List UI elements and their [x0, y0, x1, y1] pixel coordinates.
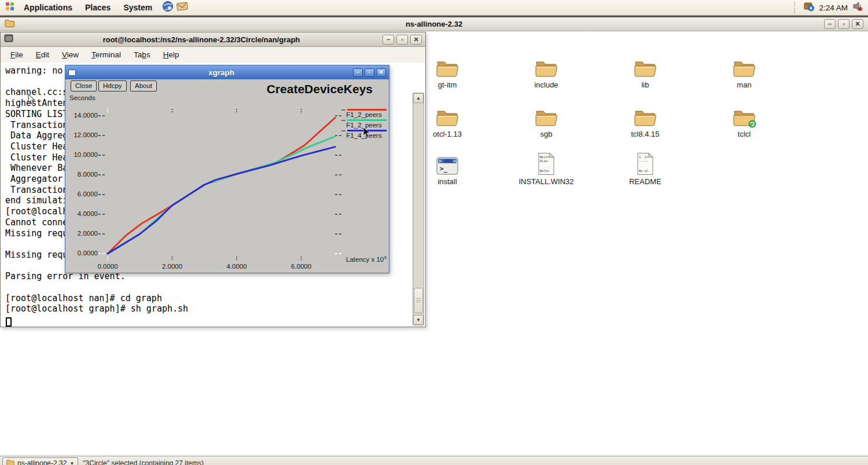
xgraph-window: xgraph – ▫ ✕ Close Hdcpy About CreateDev…: [65, 65, 389, 273]
y-tick-label: 4.0000: [68, 210, 98, 217]
file-item-label: lib: [605, 80, 686, 89]
x-tick-label: 0.0000: [89, 263, 126, 270]
scrollbar[interactable]: ▲ ▼: [413, 93, 424, 325]
file-item-label: INSTALL.WIN32: [506, 177, 587, 186]
web-browser-icon[interactable]: [162, 1, 174, 14]
file-item-man[interactable]: man: [704, 54, 785, 89]
folder-icon: [605, 104, 686, 128]
minimize-button[interactable]: –: [824, 19, 836, 29]
legend-label: F1_2_peers: [341, 111, 387, 119]
close-button[interactable]: ✕: [852, 19, 863, 29]
y-tick-label: 2.0000: [68, 230, 98, 237]
menu-system[interactable]: System: [117, 0, 159, 15]
scroll-up-icon[interactable]: ▲: [413, 93, 424, 103]
legend-tick: [341, 109, 345, 111]
top-panel: Applications Places System: [0, 0, 868, 16]
window-icon: [68, 69, 76, 76]
svg-text:Ns-al: Ns-al: [639, 169, 649, 173]
maximize-button[interactable]: ▫: [838, 19, 849, 29]
file-item-INSTALL.WIN32[interactable]: Neith Also Befor INSTALL.WIN32: [506, 151, 587, 186]
legend-tick: [341, 130, 345, 131]
folder-icon: [704, 54, 785, 79]
menu-tabs[interactable]: Tabs: [127, 47, 157, 63]
file-item-lib[interactable]: lib: [605, 54, 686, 89]
terminal-title: root@localhost:/ns2/ns-allinone-2.32/3Ci…: [24, 35, 379, 44]
folder-icon: [506, 104, 587, 128]
chevron-down-icon: ▼: [69, 461, 74, 465]
software-update-icon[interactable]: [803, 1, 815, 14]
svg-text:Also: Also: [540, 159, 547, 163]
file-item-label: man: [704, 80, 785, 89]
y-tick-label: 10.0000: [68, 151, 98, 158]
svg-text:>_: >_: [440, 165, 448, 173]
file-item-README[interactable]: 1. Ir ----- Ns-al README: [605, 151, 686, 186]
terminal-menubar: FileEditViewTerminalTabsHelp: [1, 47, 425, 63]
terminal-titlebar[interactable]: root@localhost:/ns2/ns-allinone-2.32/3Ci…: [1, 32, 425, 47]
scroll-down-icon[interactable]: ▼: [413, 315, 424, 325]
file-item-label: tcl8.4.15: [605, 130, 686, 138]
close-button[interactable]: ✕: [376, 68, 386, 77]
menu-file[interactable]: File: [4, 47, 30, 63]
volume-muted-icon[interactable]: [852, 1, 863, 14]
file-manager-titlebar[interactable]: ns-allinone-2.32 – ▫ ✕: [0, 17, 868, 31]
file-item-include[interactable]: include: [506, 54, 587, 89]
xgraph-title: xgraph: [100, 68, 343, 77]
maximize-button[interactable]: ▫: [396, 35, 408, 45]
menu-help[interactable]: Help: [157, 47, 186, 63]
xgraph-titlebar[interactable]: xgraph – ▫ ✕: [65, 65, 389, 79]
y-tick-label: 6.0000: [68, 191, 98, 197]
file-manager-title: ns-allinone-2.32: [0, 20, 868, 28]
svg-text:Neith: Neith: [540, 155, 550, 159]
panel-handle[interactable]: [794, 2, 798, 13]
svg-text:1. Ir: 1. Ir: [639, 155, 649, 159]
menu-places[interactable]: Places: [79, 0, 117, 15]
folder-icon: [506, 54, 587, 79]
x-tick-label: 2.0000: [154, 263, 191, 270]
file-item-label: include: [506, 80, 587, 89]
folder-icon: [605, 54, 686, 79]
file-item-tcl8.4.15[interactable]: tcl8.4.15: [605, 104, 686, 138]
location-label: ns-allinone-2.32: [17, 459, 67, 465]
text-icon: Neith Also Befor: [506, 151, 587, 175]
file-item-label: README: [605, 177, 686, 186]
menu-terminal[interactable]: Terminal: [85, 47, 127, 63]
xgraph-body: Close Hdcpy About CreateDeviceKeys Secon…: [65, 79, 389, 273]
x-tick-label: 6.0000: [283, 263, 320, 270]
maximize-button[interactable]: ▫: [365, 68, 374, 77]
menu-applications[interactable]: Applications: [17, 0, 79, 15]
minimize-button[interactable]: –: [382, 35, 394, 45]
menu-edit[interactable]: Edit: [30, 47, 56, 63]
location-button[interactable]: ns-allinone-2.32 ▼: [2, 457, 78, 465]
x-tick-label: 4.0000: [218, 263, 255, 270]
y-tick-label: 8.0000: [68, 171, 98, 178]
scrollbar-thumb[interactable]: [414, 288, 423, 313]
text-icon: 1. Ir ----- Ns-al: [605, 151, 686, 175]
svg-text:-----: -----: [639, 159, 649, 163]
email-icon[interactable]: [176, 1, 189, 14]
folder-sync-icon: [704, 104, 785, 128]
terminal-cursor: [6, 317, 12, 327]
file-manager-statusbar: ns-allinone-2.32 ▼ "3Circle" selected (c…: [0, 456, 868, 465]
legend-tick: [341, 120, 345, 121]
legend-entry: F1_2_peers: [341, 109, 387, 119]
y-tick-label: 12.0000: [68, 131, 98, 138]
menu-view[interactable]: View: [56, 47, 85, 63]
minimize-button[interactable]: –: [353, 68, 363, 77]
y-tick-label: 0.0000: [68, 250, 98, 257]
mouse-cursor-secondary: [28, 94, 36, 105]
file-item-sgb[interactable]: sgb: [506, 104, 587, 138]
panel-clock[interactable]: 2:24 AM: [819, 3, 848, 12]
file-item-tclcl[interactable]: tclcl: [704, 104, 785, 138]
file-item-label: sgb: [506, 130, 587, 138]
distro-logo-icon[interactable]: [5, 1, 15, 14]
y-tick-label: 14.0000: [68, 112, 98, 119]
file-item-label: tclcl: [704, 130, 785, 138]
selection-status: "3Circle" selected (containing 27 items): [83, 457, 204, 465]
mouse-cursor: [363, 127, 371, 138]
folder-small-icon: [6, 459, 14, 465]
terminal-icon: [4, 34, 13, 45]
svg-text:Befor: Befor: [540, 169, 550, 173]
close-button[interactable]: ✕: [410, 35, 422, 45]
